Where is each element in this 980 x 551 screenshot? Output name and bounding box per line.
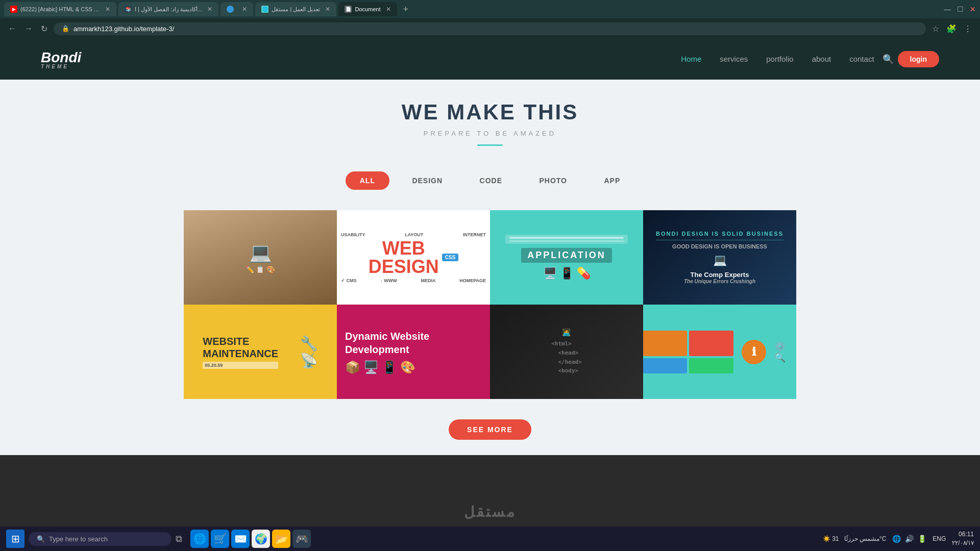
login-button[interactable]: login (898, 51, 939, 67)
portfolio-item-1[interactable]: 🖥️📓 📐 🖊️ 💻 ✏️ 📋 🎨 View (184, 210, 337, 305)
taskbar-app-store[interactable]: 🛒 (211, 530, 229, 548)
taskbar-apps: 🌐 🛒 ✉️ 🌍 📂 🎮 (190, 530, 311, 548)
maximize-button[interactable]: ☐ (957, 5, 964, 13)
tab-1-close[interactable]: ✕ (105, 6, 110, 13)
taskbar: ⊞ 🔍 Type here to search ⧉ 🌐 🛒 ✉️ 🌍 📂 🎮 ☀… (0, 527, 980, 551)
extensions-icon[interactable]: 🧩 (944, 22, 959, 36)
lock-icon: 🔒 (62, 25, 69, 32)
tab-1[interactable]: ▶ (6222) [Arabic] HTML & CSS Tem... ✕ (4, 2, 116, 16)
browser-window: ▶ (6222) [Arabic] HTML & CSS Tem... ✕ 📚 … (0, 0, 980, 551)
taskbar-search[interactable]: 🔍 Type here to search (29, 532, 172, 546)
site-navigation: Bondi THEME Home services portfolio abou… (0, 39, 980, 80)
taskbar-clock[interactable]: 06:11 ٢٢/٠٨/١٧ (952, 530, 974, 547)
portfolio-grid: 🖥️📓 📐 🖊️ 💻 ✏️ 📋 🎨 View (133, 195, 847, 409)
nav-links: Home services portfolio about contact (681, 55, 874, 64)
nav-services[interactable]: services (720, 55, 748, 63)
hero-section: WE MAKE THIS PREPARE TO BE AMAZED (0, 80, 980, 156)
tab-5[interactable]: 📄 Document ✕ (338, 2, 397, 16)
see-more-button[interactable]: SEE MORE (449, 419, 531, 440)
date-display: ٢٢/٠٨/١٧ (952, 539, 974, 547)
tab-2[interactable]: 📚 أكاديمية زاد: الفصل الأول | ا... ✕ (118, 2, 218, 16)
tab-1-title: (6222) [Arabic] HTML & CSS Tem... (20, 6, 100, 12)
toolbar-actions: ☆ 🧩 ⋮ (930, 22, 974, 36)
reload-button[interactable]: ↻ (39, 22, 50, 36)
filter-design-button[interactable]: DESIGN (398, 171, 457, 190)
portfolio-item-3[interactable]: APPLICATION 🖥️📱💊 View (490, 210, 643, 305)
tab-3-close[interactable]: ✕ (242, 6, 247, 13)
tab-3[interactable]: ✕ (220, 2, 253, 16)
nav-portfolio[interactable]: portfolio (766, 55, 793, 63)
taskbar-app-files[interactable]: 📂 (272, 530, 290, 548)
portfolio-item-7[interactable]: 👩‍💻 <html> <head> </head> <body> View (490, 305, 643, 399)
bookmark-icon[interactable]: ☆ (930, 22, 941, 36)
volume-icon[interactable]: 🔊 (905, 535, 914, 543)
taskbar-weather: ☀️ مشمس حرزئًا 31°C (823, 535, 887, 542)
menu-icon[interactable]: ⋮ (962, 22, 974, 36)
portfolio-item-2[interactable]: USABILITY LAYOUT INTERNET WEB DESIGN CSS (337, 210, 490, 305)
taskbar-app-game[interactable]: 🎮 (292, 530, 311, 548)
portfolio-item-6[interactable]: Dynamic Website Development 📦🖥️📱🎨 View (337, 305, 490, 399)
search-icon[interactable]: 🔍 (883, 54, 894, 65)
address-bar[interactable]: 🔒 ammarkh123.github.io/template-3/ (54, 22, 926, 35)
new-tab-button[interactable]: + (399, 4, 413, 15)
filter-all-button[interactable]: ALL (346, 171, 389, 190)
nav-about[interactable]: about (812, 55, 831, 63)
browser-titlebar: ▶ (6222) [Arabic] HTML & CSS Tem... ✕ 📚 … (0, 0, 980, 18)
watermark: مستقل (464, 504, 517, 520)
filter-section: ALL DESIGN CODE PHOTO APP (0, 156, 980, 195)
tab-4-title: تعديل العمل | مستقل (272, 6, 320, 13)
url-text: ammarkh123.github.io/template-3/ (74, 25, 174, 33)
tab-2-close[interactable]: ✕ (207, 6, 212, 13)
site-logo: Bondi THEME (41, 49, 81, 69)
hero-divider (477, 144, 503, 146)
filter-app-button[interactable]: APP (590, 171, 634, 190)
portfolio-item-8[interactable]: ℹ ⚙️🔍 View (643, 305, 796, 399)
battery-icon: 🔋 (918, 535, 926, 543)
taskbar-app-edge[interactable]: 🌐 (190, 530, 209, 548)
tab-4-close[interactable]: ✕ (325, 6, 330, 13)
search-icon: 🔍 (37, 535, 45, 543)
close-button[interactable]: ✕ (970, 5, 976, 13)
taskbar-app-mail[interactable]: ✉️ (231, 530, 250, 548)
website-content: Bondi THEME Home services portfolio abou… (0, 39, 980, 455)
portfolio-item-4[interactable]: BONDI DESIGN IS SOLID BUSINESS GOOD DESI… (643, 210, 796, 305)
tab-5-close[interactable]: ✕ (386, 6, 391, 13)
hero-title: WE MAKE THIS (10, 100, 970, 124)
tab-2-title: أكاديمية زاد: الفصل الأول | ا... (135, 6, 202, 13)
taskbar-app-chrome[interactable]: 🌍 (252, 530, 270, 548)
back-button[interactable]: ← (6, 22, 18, 35)
see-more-section: SEE MORE (0, 409, 980, 455)
browser-toolbar: ← → ↻ 🔒 ammarkh123.github.io/template-3/… (0, 18, 980, 39)
hero-subtitle: PREPARE TO BE AMAZED (10, 130, 970, 137)
minimize-button[interactable]: — (944, 5, 951, 13)
forward-button[interactable]: → (22, 22, 35, 35)
filter-photo-button[interactable]: PHOTO (525, 171, 581, 190)
taskbar-system: ☀️ مشمس حرزئًا 31°C 🌐 🔊 🔋 ENG 06:11 ٢٢/٠… (823, 530, 974, 547)
taskbar-search-text: Type here to search (49, 535, 108, 543)
time-display: 06:11 (952, 530, 974, 539)
window-controls: — ☐ ✕ (944, 5, 976, 13)
language-indicator: ENG (933, 535, 946, 542)
taskview-button[interactable]: ⧉ (176, 534, 182, 544)
tab-5-title: Document (355, 6, 380, 12)
network-icon[interactable]: 🌐 (892, 535, 901, 543)
nav-contact[interactable]: contact (849, 55, 874, 63)
portfolio-item-5[interactable]: WEBSITEMAINTENANCE 05.20.59 🔧📡 View (184, 305, 337, 399)
sys-icons: 🌐 🔊 🔋 (892, 535, 926, 543)
start-button[interactable]: ⊞ (6, 530, 24, 548)
tab-4[interactable]: 🌐 تعديل العمل | مستقل ✕ (255, 2, 336, 16)
filter-code-button[interactable]: CODE (465, 171, 517, 190)
nav-home[interactable]: Home (681, 55, 701, 63)
